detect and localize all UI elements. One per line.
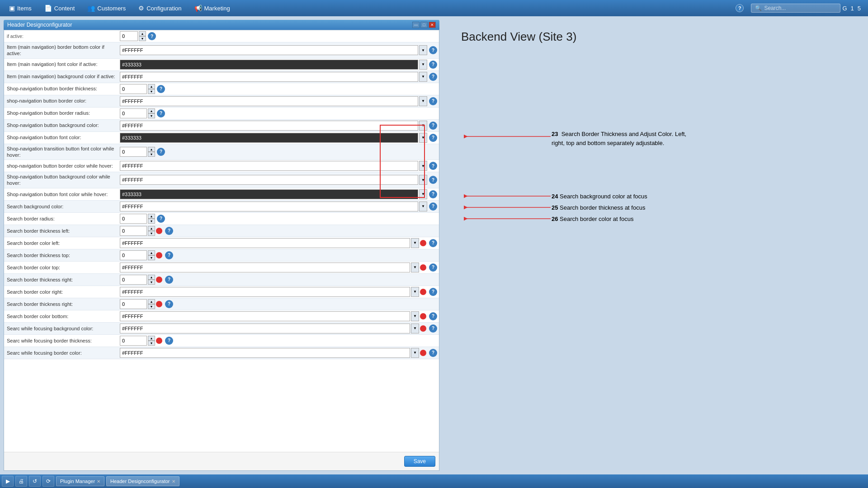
- spinner-23[interactable]: ▲ ▼: [148, 336, 155, 346]
- color-input-24[interactable]: [120, 348, 410, 358]
- spinner-down[interactable]: ▼: [139, 36, 146, 41]
- help-btn-3[interactable]: ?: [157, 85, 165, 93]
- nav-item-configuration[interactable]: ⚙ Configuration: [133, 3, 187, 14]
- number-input-3[interactable]: [120, 84, 147, 94]
- taskbar-tab-header-designer[interactable]: Header Designconfigurator ✕: [106, 476, 179, 486]
- color-dropdown-19[interactable]: ▼: [411, 287, 419, 297]
- spinner-16[interactable]: ▲ ▼: [148, 250, 155, 260]
- help-btn-19[interactable]: ?: [429, 288, 437, 296]
- spinner-13[interactable]: ▲ ▼: [148, 214, 155, 224]
- number-input-8[interactable]: [120, 147, 147, 157]
- help-btn-6[interactable]: ?: [429, 122, 437, 130]
- color-input-2[interactable]: [120, 72, 418, 82]
- color-input-10[interactable]: [120, 175, 418, 185]
- color-input-1[interactable]: [120, 60, 418, 70]
- taskbar-tab-plugin-manager[interactable]: Plugin Manager ✕: [56, 476, 104, 486]
- nav-g-icon[interactable]: G: [842, 5, 847, 12]
- spinner-3[interactable]: ▲ ▼: [148, 84, 155, 94]
- help-btn-4[interactable]: ?: [429, 97, 437, 105]
- help-btn-11[interactable]: ?: [429, 190, 437, 198]
- help-btn-8[interactable]: ?: [157, 148, 165, 156]
- number-input-14[interactable]: [120, 226, 147, 236]
- help-btn-17[interactable]: ?: [429, 263, 437, 272]
- help-btn-23[interactable]: ?: [165, 337, 173, 345]
- spinner-down-8[interactable]: ▼: [148, 152, 155, 157]
- number-input-20[interactable]: [120, 299, 147, 309]
- color-input-17[interactable]: [120, 263, 410, 272]
- help-btn-10[interactable]: ?: [429, 176, 437, 184]
- spinner-up-18[interactable]: ▲: [148, 275, 155, 280]
- color-dropdown-24[interactable]: ▼: [411, 348, 419, 358]
- color-input-0[interactable]: [120, 45, 418, 55]
- spinner-20[interactable]: ▲ ▼: [148, 299, 155, 309]
- spinner-up-20[interactable]: ▲: [148, 299, 155, 304]
- maximize-button[interactable]: □: [420, 22, 428, 28]
- spinner-up-8[interactable]: ▲: [148, 147, 155, 152]
- help-btn-16[interactable]: ?: [165, 251, 173, 259]
- spinner-down-18[interactable]: ▼: [148, 280, 155, 285]
- spinner-down-20[interactable]: ▼: [148, 304, 155, 309]
- search-bar[interactable]: 🔍: [751, 4, 840, 13]
- color-dropdown-1[interactable]: ▼: [419, 60, 427, 70]
- color-input-11[interactable]: [120, 189, 418, 199]
- color-dropdown-12[interactable]: ▼: [419, 202, 427, 211]
- help-btn-15[interactable]: ?: [429, 239, 437, 247]
- spinner-up-5[interactable]: ▲: [148, 108, 155, 113]
- help-btn-9[interactable]: ?: [429, 162, 437, 170]
- color-dropdown-2[interactable]: ▼: [419, 72, 427, 82]
- partial-spinner[interactable]: ▲ ▼: [139, 31, 146, 41]
- nav-item-content[interactable]: 📄 Content: [39, 3, 80, 14]
- color-input-9[interactable]: [120, 161, 418, 171]
- spinner-down-16[interactable]: ▼: [148, 255, 155, 260]
- color-dropdown-22[interactable]: ▼: [411, 324, 419, 333]
- color-dropdown-11[interactable]: ▼: [419, 189, 427, 199]
- help-btn-partial[interactable]: ?: [148, 32, 156, 40]
- help-btn-14[interactable]: ?: [165, 227, 173, 235]
- help-btn-24[interactable]: ?: [429, 349, 437, 357]
- help-btn-18[interactable]: ?: [165, 276, 173, 284]
- taskbar-icon-2[interactable]: ↺: [29, 476, 41, 487]
- nav-num1[interactable]: 1: [851, 5, 854, 12]
- color-dropdown-15[interactable]: ▼: [411, 238, 419, 248]
- spinner-up-16[interactable]: ▲: [148, 250, 155, 255]
- color-dropdown-9[interactable]: ▼: [419, 161, 427, 171]
- color-input-22[interactable]: [120, 324, 410, 333]
- minimize-button[interactable]: —: [412, 22, 420, 28]
- color-dropdown-17[interactable]: ▼: [411, 263, 419, 272]
- number-input-16[interactable]: [120, 250, 147, 260]
- taskbar-icon-3[interactable]: ⟳: [42, 476, 54, 487]
- taskbar-icon-1[interactable]: 🖨: [15, 476, 27, 487]
- color-dropdown-6[interactable]: ▼: [419, 121, 427, 131]
- color-input-7[interactable]: [120, 133, 418, 143]
- panel-scroll[interactable]: if active: ▲ ▼ ? Item (main navigation) …: [4, 30, 439, 452]
- partial-input[interactable]: [120, 31, 138, 41]
- spinner-down-14[interactable]: ▼: [148, 231, 155, 236]
- nav-num5[interactable]: 5: [858, 5, 861, 12]
- number-input-5[interactable]: [120, 108, 147, 118]
- spinner-18[interactable]: ▲ ▼: [148, 275, 155, 285]
- spinner-5[interactable]: ▲ ▼: [148, 108, 155, 118]
- help-btn-22[interactable]: ?: [429, 324, 437, 333]
- help-button[interactable]: ?: [730, 2, 749, 14]
- spinner-8[interactable]: ▲ ▼: [148, 147, 155, 157]
- color-input-15[interactable]: [120, 238, 410, 248]
- help-btn-20[interactable]: ?: [165, 300, 173, 308]
- search-input[interactable]: [764, 5, 836, 11]
- nav-item-marketing[interactable]: 📢 Marketing: [189, 3, 236, 14]
- color-input-6[interactable]: [120, 121, 418, 131]
- save-button[interactable]: Save: [404, 456, 435, 467]
- color-input-21[interactable]: [120, 311, 410, 321]
- color-dropdown-21[interactable]: ▼: [411, 311, 419, 321]
- help-btn-7[interactable]: ?: [429, 134, 437, 142]
- spinner-down-13[interactable]: ▼: [148, 219, 155, 224]
- help-btn-0[interactable]: ?: [429, 46, 437, 54]
- taskbar-icon-0[interactable]: ▶: [2, 476, 14, 487]
- help-btn-12[interactable]: ?: [429, 202, 437, 211]
- help-btn-21[interactable]: ?: [429, 312, 437, 320]
- help-btn-2[interactable]: ?: [429, 73, 437, 81]
- number-input-18[interactable]: [120, 275, 147, 285]
- spinner-up-23[interactable]: ▲: [148, 336, 155, 341]
- number-input-13[interactable]: [120, 214, 147, 224]
- spinner-down-5[interactable]: ▼: [148, 113, 155, 118]
- color-input-19[interactable]: [120, 287, 410, 297]
